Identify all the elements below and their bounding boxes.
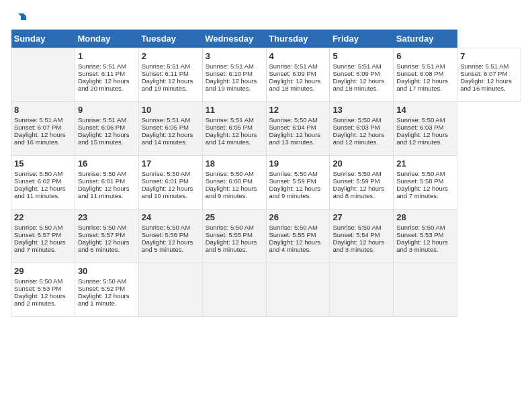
sunset-text: Sunset: 6:03 PM	[332, 124, 380, 131]
sunset-text: Sunset: 6:03 PM	[396, 124, 443, 131]
sunrise-text: Sunrise: 5:50 AM	[332, 224, 381, 231]
svg-marker-1	[21, 16, 26, 20]
calendar-cell: 29Sunrise: 5:50 AMSunset: 5:53 PMDayligh…	[11, 263, 75, 317]
daylight-label: Daylight: 12 hours and 1 minute.	[78, 292, 130, 307]
daylight-label: Daylight: 12 hours and 9 minutes.	[269, 185, 321, 199]
day-number: 12	[269, 105, 327, 115]
daylight-label: Daylight: 12 hours and 4 minutes.	[269, 238, 321, 253]
sunset-text: Sunset: 5:55 PM	[269, 231, 316, 238]
day-number: 9	[78, 105, 136, 115]
sunrise-text: Sunrise: 5:50 AM	[206, 170, 254, 177]
daylight-label: Daylight: 12 hours and 15 minutes.	[78, 131, 130, 146]
calendar-cell: 21Sunrise: 5:50 AMSunset: 5:58 PMDayligh…	[394, 156, 457, 210]
sunrise-text: Sunrise: 5:50 AM	[396, 116, 445, 124]
sunset-text: Sunset: 5:57 PM	[78, 231, 125, 238]
daylight-label: Daylight: 12 hours and 18 minutes.	[332, 77, 384, 92]
day-number: 21	[396, 158, 454, 169]
daylight-label: Daylight: 12 hours and 7 minutes.	[396, 185, 448, 199]
calendar-cell	[330, 263, 394, 317]
sunrise-text: Sunrise: 5:51 AM	[206, 116, 254, 124]
calendar-cell	[394, 263, 457, 317]
daylight-label: Daylight: 12 hours and 12 minutes.	[396, 131, 448, 146]
daylight-label: Daylight: 12 hours and 5 minutes.	[206, 238, 257, 253]
daylight-label: Daylight: 12 hours and 8 minutes.	[332, 185, 384, 199]
daylight-label: Daylight: 12 hours and 14 minutes.	[206, 131, 257, 146]
calendar-cell: 22Sunrise: 5:50 AMSunset: 5:57 PMDayligh…	[11, 210, 75, 263]
day-number: 26	[269, 212, 327, 222]
calendar-cell: 12Sunrise: 5:50 AMSunset: 6:04 PMDayligh…	[266, 102, 330, 156]
day-number: 24	[142, 212, 200, 222]
sunrise-text: Sunrise: 5:50 AM	[14, 224, 62, 231]
daylight-label: Daylight: 12 hours and 18 minutes.	[269, 77, 321, 92]
calendar-day-header: Tuesday	[138, 30, 202, 48]
calendar-cell: 30Sunrise: 5:50 AMSunset: 5:52 PMDayligh…	[75, 263, 138, 317]
sunrise-text: Sunrise: 5:51 AM	[332, 62, 381, 70]
svg-marker-0	[18, 13, 26, 16]
sunrise-text: Sunrise: 5:50 AM	[14, 277, 62, 285]
calendar-cell: 18Sunrise: 5:50 AMSunset: 6:00 PMDayligh…	[202, 156, 266, 210]
calendar-day-header: Thursday	[266, 30, 330, 48]
daylight-label: Daylight: 12 hours and 2 minutes.	[14, 292, 66, 307]
calendar-cell: 27Sunrise: 5:50 AMSunset: 5:54 PMDayligh…	[330, 210, 394, 263]
calendar-cell: 3Sunrise: 5:51 AMSunset: 6:10 PMDaylight…	[202, 48, 266, 102]
day-number: 28	[396, 212, 454, 222]
sunset-text: Sunset: 5:53 PM	[14, 285, 61, 292]
daylight-label: Daylight: 12 hours and 14 minutes.	[142, 131, 193, 146]
daylight-label: Daylight: 12 hours and 10 minutes.	[142, 185, 193, 199]
calendar-day-header: Saturday	[394, 30, 457, 48]
day-number: 15	[14, 158, 72, 169]
daylight-label: Daylight: 12 hours and 3 minutes.	[396, 238, 448, 253]
calendar-cell	[202, 263, 266, 317]
day-number: 17	[142, 158, 200, 169]
calendar-week-row: 22Sunrise: 5:50 AMSunset: 5:57 PMDayligh…	[11, 210, 521, 263]
sunset-text: Sunset: 6:04 PM	[269, 124, 316, 131]
sunrise-text: Sunrise: 5:50 AM	[206, 224, 254, 231]
day-number: 11	[206, 105, 263, 115]
sunrise-text: Sunrise: 5:50 AM	[396, 170, 445, 177]
sunrise-text: Sunrise: 5:51 AM	[269, 62, 318, 70]
sunset-text: Sunset: 5:58 PM	[396, 177, 443, 185]
daylight-label: Daylight: 12 hours and 3 minutes.	[332, 238, 384, 253]
sunset-text: Sunset: 5:56 PM	[142, 231, 189, 238]
daylight-label: Daylight: 12 hours and 16 minutes.	[14, 131, 66, 146]
logo	[11, 11, 27, 23]
sunrise-text: Sunrise: 5:50 AM	[269, 224, 318, 231]
sunset-text: Sunset: 5:59 PM	[332, 177, 380, 185]
daylight-label: Daylight: 12 hours and 19 minutes.	[206, 77, 257, 92]
sunset-text: Sunset: 5:54 PM	[332, 231, 380, 238]
calendar-cell: 6Sunrise: 5:51 AMSunset: 6:08 PMDaylight…	[394, 48, 457, 102]
calendar-cell	[11, 48, 75, 102]
day-number: 16	[78, 158, 136, 169]
calendar-cell: 20Sunrise: 5:50 AMSunset: 5:59 PMDayligh…	[330, 156, 394, 210]
sunset-text: Sunset: 5:53 PM	[396, 231, 443, 238]
calendar-cell: 7Sunrise: 5:51 AMSunset: 6:07 PMDaylight…	[457, 48, 521, 102]
calendar-cell: 26Sunrise: 5:50 AMSunset: 5:55 PMDayligh…	[266, 210, 330, 263]
sunset-text: Sunset: 6:05 PM	[206, 124, 253, 131]
calendar-cell: 17Sunrise: 5:50 AMSunset: 6:01 PMDayligh…	[138, 156, 202, 210]
sunrise-text: Sunrise: 5:51 AM	[460, 62, 508, 70]
sunrise-text: Sunrise: 5:50 AM	[332, 170, 381, 177]
sunset-text: Sunset: 6:07 PM	[14, 124, 61, 131]
calendar-cell: 14Sunrise: 5:50 AMSunset: 6:03 PMDayligh…	[394, 102, 457, 156]
day-number: 13	[332, 105, 390, 115]
day-number: 7	[460, 51, 518, 61]
daylight-label: Daylight: 12 hours and 11 minutes.	[78, 185, 130, 199]
sunset-text: Sunset: 6:06 PM	[78, 124, 125, 131]
calendar-cell: 8Sunrise: 5:51 AMSunset: 6:07 PMDaylight…	[11, 102, 75, 156]
sunset-text: Sunset: 6:00 PM	[206, 177, 253, 185]
day-number: 3	[206, 51, 263, 61]
sunset-text: Sunset: 6:11 PM	[78, 70, 125, 77]
day-number: 6	[396, 51, 454, 61]
calendar-table: SundayMondayTuesdayWednesdayThursdayFrid…	[11, 30, 521, 317]
calendar-cell: 1Sunrise: 5:51 AMSunset: 6:11 PMDaylight…	[75, 48, 138, 102]
day-number: 1	[78, 51, 136, 61]
daylight-label: Daylight: 12 hours and 16 minutes.	[460, 77, 512, 92]
sunrise-text: Sunrise: 5:51 AM	[206, 62, 254, 70]
day-number: 25	[206, 212, 263, 222]
day-number: 5	[332, 51, 390, 61]
day-number: 30	[78, 266, 136, 276]
calendar-cell: 4Sunrise: 5:51 AMSunset: 6:09 PMDaylight…	[266, 48, 330, 102]
calendar-day-header: Sunday	[11, 30, 75, 48]
sunrise-text: Sunrise: 5:51 AM	[142, 62, 190, 70]
day-number: 27	[332, 212, 390, 222]
